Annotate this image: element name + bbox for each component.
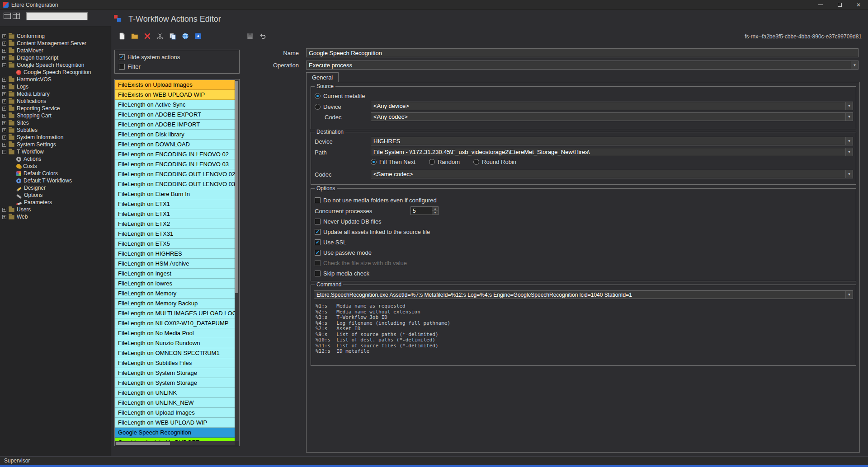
tree-item-costs[interactable]: Costs: [0, 163, 111, 170]
tree-item-notifications[interactable]: +Notifications: [0, 98, 111, 105]
spin-down-icon[interactable]: ▼: [432, 210, 438, 215]
tree-item-default-t-workflows[interactable]: Default T-Workflows: [0, 177, 111, 184]
open-button[interactable]: [130, 32, 139, 41]
action-item-filelength-on-memory[interactable]: FileLength on Memory: [115, 289, 235, 299]
action-item-filelength-on-web-upload-wip[interactable]: FileLength on WEB UPLOAD WIP: [115, 418, 235, 428]
action-item-filelength-on-unlink-new[interactable]: FileLength on UNLINK_NEW: [115, 398, 235, 408]
action-item-filelength-on-nilox02-w10-datapump[interactable]: FileLength on NILOX02-W10_DATAPUMP: [115, 318, 235, 328]
action-item-filelength-on-encoding-in-lenovo-03[interactable]: FileLength on ENCODING IN LENOVO 03: [115, 159, 235, 169]
action-item-fileexists-on-upload-images[interactable]: FileExists on Upload Images: [115, 80, 235, 90]
horizontal-scrollbar[interactable]: [115, 441, 235, 445]
concurrent-processes-stepper[interactable]: 5 ▲ ▼: [410, 206, 439, 215]
expand-icon[interactable]: +: [2, 34, 6, 38]
action-item-filelength-on-encoding-out-lenovo-03[interactable]: FileLength on ENCODING OUT LENOVO 03: [115, 179, 235, 189]
layout-grid-icon[interactable]: [4, 13, 11, 19]
action-item-filelength-on-encoding-in-lenovo-02[interactable]: FileLength on ENCODING IN LENOVO 02: [115, 149, 235, 159]
action-item-filelength-on-unlink[interactable]: FileLength on UNLINK: [115, 388, 235, 398]
tree-item-default-colors[interactable]: Default Colors: [0, 170, 111, 177]
tree-item-users[interactable]: +Users: [0, 206, 111, 213]
delete-button[interactable]: [143, 32, 152, 41]
checkbox-do-not-use-media-folders[interactable]: ✓ Do not use media folders even if confi…: [315, 196, 437, 204]
tree-item-shopping-cart[interactable]: +Shopping Cart: [0, 112, 111, 119]
name-input[interactable]: [306, 48, 859, 57]
minimize-button[interactable]: [811, 0, 830, 9]
hide-system-actions-checkbox[interactable]: ✓ Hide system actions: [119, 54, 235, 61]
source-codec-select[interactable]: <Any codec> ▼: [371, 112, 853, 121]
action-item-filelength-on-omneon-spectrum1[interactable]: FileLength on OMNEON SPECTRUM1: [115, 348, 235, 358]
tree-item-sites[interactable]: +Sites: [0, 119, 111, 126]
copy-button[interactable]: [168, 32, 177, 41]
expand-icon[interactable]: +: [2, 215, 6, 219]
tree-item-datamover[interactable]: +DataMover: [0, 47, 111, 54]
action-item-filelength-on-etx5[interactable]: FileLength on ETX5: [115, 239, 235, 249]
spin-up-icon[interactable]: ▲: [432, 207, 438, 210]
tree-item-system-settings[interactable]: +System Settings: [0, 141, 111, 148]
radio-round-robin[interactable]: Round Robin: [473, 158, 516, 165]
action-item-filelength-on-memory-backup[interactable]: FileLength on Memory Backup: [115, 299, 235, 308]
expand-icon[interactable]: +: [2, 114, 6, 118]
action-item-filelength-on-nunzio-rundown[interactable]: FileLength on Nunzio Rundown: [115, 338, 235, 348]
scrollbar-thumb[interactable]: [116, 442, 170, 445]
action-item-filelength-on-system-storage[interactable]: FileLength on System Storage: [115, 378, 235, 388]
undo-button[interactable]: [258, 32, 267, 41]
tree-item-media-library[interactable]: +Media Library: [0, 90, 111, 98]
expand-icon[interactable]: +: [2, 92, 6, 96]
destination-device-select[interactable]: HIGHRES ▼: [371, 137, 853, 145]
collapse-icon[interactable]: −: [2, 150, 6, 154]
export-button[interactable]: [193, 32, 203, 41]
action-item-filelength-on-download[interactable]: FileLength on DOWNLOAD: [115, 140, 235, 149]
checkbox-skip-media-check[interactable]: ✓Skip media check: [315, 270, 430, 277]
action-item-filelength-on-subtitles-files[interactable]: FileLength on Subtitles Files: [115, 358, 235, 368]
save-button[interactable]: [245, 32, 255, 41]
tree-item-designer[interactable]: Designer: [0, 184, 111, 191]
expand-icon[interactable]: +: [2, 107, 6, 111]
quick-search-box[interactable]: [26, 12, 88, 20]
checkbox-never-update-db-files[interactable]: ✓Never Update DB files: [315, 218, 430, 225]
action-item-filelength-on-active-sync[interactable]: FileLength on Active Sync: [115, 100, 235, 110]
action-item-filelength-on-hsm-archive[interactable]: FileLength on HSM Archive: [115, 259, 235, 269]
action-item-filelength-on-system-storage[interactable]: FileLength on System Storage: [115, 368, 235, 378]
tree-item-dragon-transcript[interactable]: +Dragon transcript: [0, 54, 111, 61]
action-item-filelength-on-encoding-out-lenovo-02[interactable]: FileLength on ENCODING OUT LENOVO 02: [115, 169, 235, 179]
cut-button[interactable]: [156, 32, 165, 41]
tree-item-t-workflow[interactable]: −T-Workflow: [0, 148, 111, 155]
source-device-radio[interactable]: Device: [315, 103, 341, 110]
collapse-icon[interactable]: −: [2, 63, 6, 67]
action-item-filelength-on-no-media-pool[interactable]: FileLength on No Media Pool: [115, 328, 235, 338]
expand-icon[interactable]: +: [2, 99, 6, 103]
expand-icon[interactable]: +: [2, 49, 6, 53]
tree-item-options[interactable]: Options: [0, 191, 111, 199]
expand-icon[interactable]: +: [2, 208, 6, 212]
radio-random[interactable]: Random: [429, 158, 460, 165]
action-item-filelength-on-etx2[interactable]: FileLength on ETX2: [115, 219, 235, 229]
tree-item-content-management-server[interactable]: +Content Management Server: [0, 40, 111, 47]
action-item-filelength-on-adobe-export[interactable]: FileLength on ADOBE EXPORT: [115, 110, 235, 120]
vertical-scrollbar[interactable]: [235, 80, 239, 441]
expand-icon[interactable]: +: [2, 128, 6, 132]
action-item-fileexists-on-web-upload-wip[interactable]: FileExists on WEB UPLOAD WIP: [115, 90, 235, 100]
source-device-select[interactable]: <Any device> ▼: [371, 102, 853, 110]
action-item-filelength-on-etx31[interactable]: FileLength on ETX31: [115, 229, 235, 239]
checkbox-use-passive-mode[interactable]: ✓Use passive mode: [315, 249, 430, 256]
action-item-filelength-on-ingest[interactable]: FileLength on Ingest: [115, 269, 235, 279]
checkbox-update-all-assets-linked-to-the-source-file[interactable]: ✓Update all assets linked to the source …: [315, 228, 430, 235]
operation-select[interactable]: Execute process ▼: [306, 61, 859, 70]
action-item-filelength-on-etx1[interactable]: FileLength on ETX1: [115, 209, 235, 219]
action-item-google-speech-recognition[interactable]: Google Speech Recognition: [115, 428, 235, 438]
action-item-filelength-on-highres[interactable]: FileLength on HIGHRES: [115, 249, 235, 259]
expand-icon[interactable]: +: [2, 135, 6, 140]
tree-item-web[interactable]: +Web: [0, 213, 111, 220]
expand-icon[interactable]: +: [2, 143, 6, 147]
tree-item-actions[interactable]: Actions: [0, 155, 111, 163]
tree-item-logs[interactable]: +Logs: [0, 83, 111, 90]
expand-icon[interactable]: +: [2, 42, 6, 46]
close-button[interactable]: ✕: [849, 0, 868, 9]
action-item-filelength-on-adobe-import[interactable]: FileLength on ADOBE IMPORT: [115, 120, 235, 130]
tree-item-google-speech-recognition[interactable]: Google Speech Recognition: [0, 69, 111, 76]
tree-item-parameters[interactable]: Parameters: [0, 199, 111, 206]
tree-item-conforming[interactable]: +Conforming: [0, 33, 111, 40]
destination-path-select[interactable]: File System - \\172.31.230.45\F_usb_vide…: [371, 148, 853, 156]
expand-icon[interactable]: +: [2, 56, 6, 60]
action-item-filelength-on-multi-images-upload-local[interactable]: FileLength on MULTI IMAGES UPLOAD LOCAL: [115, 308, 235, 318]
expand-icon[interactable]: +: [2, 85, 6, 89]
